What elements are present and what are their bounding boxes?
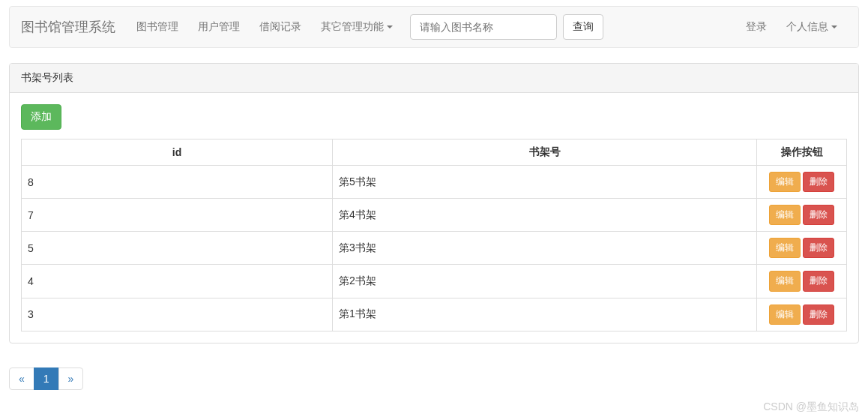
table-row: 4第2书架编辑 删除: [22, 265, 847, 298]
cell-shelf: 第4书架: [333, 199, 757, 232]
chevron-down-icon: [831, 26, 837, 28]
shelf-table: id 书架号 操作按钮 8第5书架编辑 删除7第4书架编辑 删除5第3书架编辑 …: [21, 139, 847, 332]
table-row: 8第5书架编辑 删除: [22, 165, 847, 198]
search-input[interactable]: [410, 14, 557, 40]
column-header-actions: 操作按钮: [757, 139, 847, 165]
edit-button[interactable]: 编辑: [769, 172, 801, 192]
table-row: 7第4书架编辑 删除: [22, 199, 847, 232]
nav-link-borrow-records[interactable]: 借阅记录: [250, 9, 311, 45]
column-header-id: id: [22, 139, 333, 165]
table-row: 5第3书架编辑 删除: [22, 232, 847, 265]
delete-button[interactable]: 删除: [803, 304, 834, 325]
nav-items-left: 图书管理 用户管理 借阅记录 其它管理功能 查询: [127, 9, 736, 45]
cell-actions: 编辑 删除: [757, 265, 847, 298]
add-button[interactable]: 添加: [21, 104, 61, 130]
delete-button[interactable]: 删除: [803, 238, 834, 258]
pagination-page-link[interactable]: 1: [34, 368, 59, 390]
table-header-row: id 书架号 操作按钮: [22, 139, 847, 165]
pagination-page: 1: [34, 368, 59, 390]
nav-label: 其它管理功能: [321, 20, 384, 34]
edit-button[interactable]: 编辑: [769, 238, 801, 258]
delete-button[interactable]: 删除: [803, 172, 834, 192]
pagination-next: »: [59, 368, 84, 390]
edit-button[interactable]: 编辑: [769, 205, 801, 225]
edit-button[interactable]: 编辑: [769, 271, 801, 291]
pagination-prev: «: [9, 368, 34, 390]
nav-label: 个人信息: [786, 20, 828, 34]
navbar-brand[interactable]: 图书馆管理系统: [21, 7, 127, 47]
nav-link-profile[interactable]: 个人信息: [777, 9, 847, 45]
column-header-shelf: 书架号: [333, 139, 757, 165]
cell-shelf: 第2书架: [333, 265, 757, 298]
nav-link-user-manage[interactable]: 用户管理: [188, 9, 250, 45]
delete-button[interactable]: 删除: [803, 205, 834, 225]
cell-id: 4: [22, 265, 333, 298]
pagination-next-link[interactable]: »: [58, 368, 84, 390]
delete-button[interactable]: 删除: [803, 271, 834, 291]
chevron-down-icon: [387, 26, 393, 28]
panel-body: 添加 id 书架号 操作按钮 8第5书架编辑 删除7第4书架编辑 删除5第3书架…: [10, 93, 858, 343]
table-row: 3第1书架编辑 删除: [22, 298, 847, 331]
pagination: « 1 »: [9, 368, 83, 390]
search-button[interactable]: 查询: [563, 14, 603, 40]
cell-shelf: 第5书架: [333, 165, 757, 198]
cell-id: 5: [22, 232, 333, 265]
edit-button[interactable]: 编辑: [769, 304, 801, 325]
nav-items-right: 登录 个人信息: [736, 9, 847, 45]
shelf-panel: 书架号列表 添加 id 书架号 操作按钮 8第5书架编辑 删除7第4书架编辑 删…: [9, 63, 859, 344]
pagination-prev-link[interactable]: «: [9, 368, 34, 390]
panel-heading: 书架号列表: [10, 64, 858, 93]
nav-link-other-manage[interactable]: 其它管理功能: [311, 9, 403, 45]
navbar-search-form: 查询: [410, 14, 603, 40]
cell-id: 8: [22, 165, 333, 198]
cell-actions: 编辑 删除: [757, 232, 847, 265]
nav-label: 登录: [746, 20, 767, 34]
cell-id: 3: [22, 298, 333, 331]
nav-label: 借阅记录: [259, 20, 301, 34]
cell-shelf: 第1书架: [333, 298, 757, 331]
navbar: 图书馆管理系统 图书管理 用户管理 借阅记录 其它管理功能 查询 登录 个人信息: [9, 6, 859, 48]
cell-actions: 编辑 删除: [757, 298, 847, 331]
nav-label: 用户管理: [198, 20, 240, 34]
cell-id: 7: [22, 199, 333, 232]
nav-link-login[interactable]: 登录: [736, 9, 777, 45]
nav-link-book-manage[interactable]: 图书管理: [127, 9, 188, 45]
nav-label: 图书管理: [136, 20, 178, 34]
cell-shelf: 第3书架: [333, 232, 757, 265]
cell-actions: 编辑 删除: [757, 165, 847, 198]
cell-actions: 编辑 删除: [757, 199, 847, 232]
